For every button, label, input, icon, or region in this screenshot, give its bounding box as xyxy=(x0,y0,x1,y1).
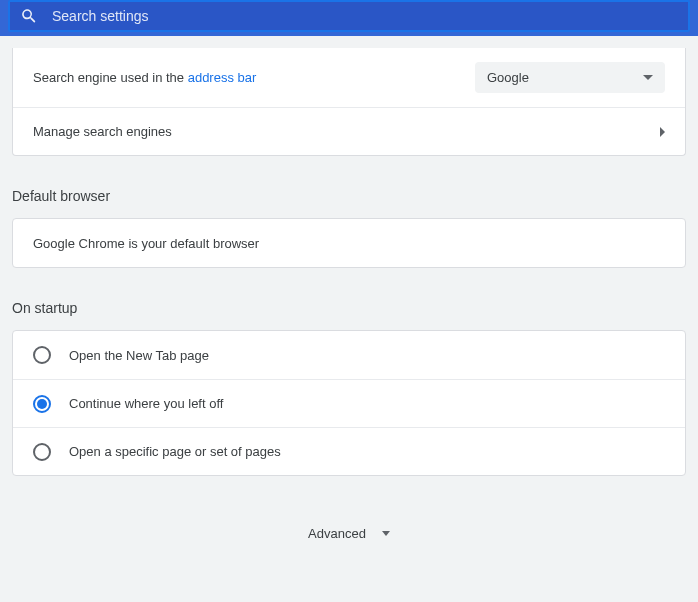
radio-icon xyxy=(33,346,51,364)
manage-label: Manage search engines xyxy=(33,124,660,139)
startup-option-specific[interactable]: Open a specific page or set of pages xyxy=(13,427,685,475)
select-value: Google xyxy=(487,70,529,85)
default-browser-status: Google Chrome is your default browser xyxy=(33,236,665,251)
search-bar[interactable] xyxy=(8,0,690,32)
advanced-label: Advanced xyxy=(308,526,366,541)
manage-search-engines-row[interactable]: Manage search engines xyxy=(13,107,685,155)
option-label: Open a specific page or set of pages xyxy=(69,444,665,459)
search-engine-row: Search engine used in the address bar Go… xyxy=(13,48,685,107)
search-engine-label: Search engine used in the address bar xyxy=(33,70,475,85)
caret-down-icon xyxy=(643,75,653,80)
default-browser-row: Google Chrome is your default browser xyxy=(13,219,685,267)
option-label: Open the New Tab page xyxy=(69,348,665,363)
label-text: Search engine used in the xyxy=(33,70,188,85)
option-label: Continue where you left off xyxy=(69,396,665,411)
search-icon xyxy=(20,7,38,25)
chevron-right-icon xyxy=(660,127,665,137)
address-bar-link[interactable]: address bar xyxy=(188,70,257,85)
default-browser-card: Google Chrome is your default browser xyxy=(12,218,686,268)
search-engine-card: Search engine used in the address bar Go… xyxy=(12,48,686,156)
radio-icon xyxy=(33,395,51,413)
startup-option-new-tab[interactable]: Open the New Tab page xyxy=(13,331,685,379)
search-input[interactable] xyxy=(52,8,678,24)
caret-down-icon xyxy=(382,531,390,536)
advanced-toggle[interactable]: Advanced xyxy=(0,476,698,571)
startup-card: Open the New Tab page Continue where you… xyxy=(12,330,686,476)
startup-option-continue[interactable]: Continue where you left off xyxy=(13,379,685,427)
radio-icon xyxy=(33,443,51,461)
search-engine-select[interactable]: Google xyxy=(475,62,665,93)
default-browser-title: Default browser xyxy=(0,156,698,218)
startup-title: On startup xyxy=(0,268,698,330)
